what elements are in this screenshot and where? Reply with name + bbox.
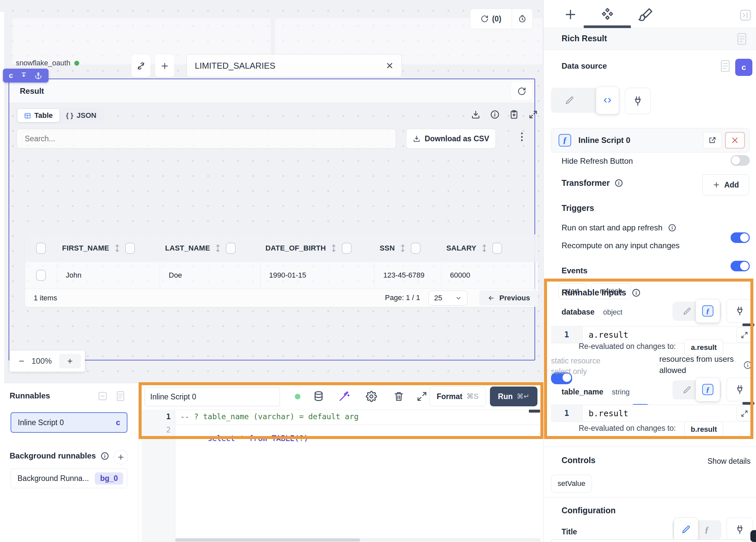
docs-icon[interactable] — [719, 59, 731, 73]
column-checkbox[interactable] — [492, 243, 502, 254]
row-checkbox[interactable] — [36, 270, 46, 281]
column-checkbox[interactable] — [125, 243, 135, 254]
page-size-select[interactable]: 25 — [429, 290, 467, 306]
anchor-icon[interactable] — [35, 72, 42, 79]
plug-icon — [633, 96, 643, 106]
remove-script-button[interactable] — [725, 132, 745, 149]
data-source-script-row[interactable]: ƒ Inline Script 0 — [551, 128, 750, 152]
info-icon[interactable] — [668, 223, 676, 232]
hide-refresh-toggle[interactable] — [731, 155, 750, 166]
connect-mode-button[interactable] — [625, 88, 651, 114]
control-pill-setvalue[interactable]: setValue — [551, 475, 592, 492]
expand-code-button[interactable] — [737, 327, 752, 343]
app-canvas[interactable]: (0) snowflake_oauth ✕ c — [0, 0, 543, 383]
collapse-panel-icon[interactable] — [739, 9, 752, 22]
title-edit-mode-active[interactable] — [674, 518, 698, 541]
rich-result-component[interactable]: Result Table { } JSON — [9, 79, 535, 360]
database-code-input[interactable]: 1 a.result — [551, 326, 754, 343]
run-button[interactable]: Run ⌘↵ — [490, 387, 537, 406]
function-mode-icon[interactable]: ƒ — [705, 525, 709, 535]
add-query-button[interactable] — [155, 55, 174, 77]
result-refresh-button[interactable] — [511, 82, 532, 100]
table-name-code-input[interactable]: 1 b.result — [551, 405, 754, 422]
docs-icon[interactable] — [116, 390, 125, 402]
delete-icon[interactable] — [394, 391, 404, 402]
info-icon[interactable] — [100, 452, 109, 460]
add-background-runnable-button[interactable] — [114, 450, 128, 464]
sort-icon[interactable] — [114, 244, 120, 253]
background-runnable-item[interactable]: Background Runna... bg_0 — [11, 468, 127, 488]
edit-pencil-icon[interactable] — [682, 307, 692, 316]
info-icon[interactable] — [614, 179, 623, 187]
ai-wand-icon[interactable] — [338, 390, 350, 402]
code-line-1[interactable]: -- ? table_name (varchar) = default arg — [180, 412, 359, 421]
expand-code-button[interactable] — [737, 406, 752, 421]
title-connect-button[interactable] — [727, 518, 753, 541]
column-label: SSN — [380, 244, 395, 253]
unlink-button[interactable] — [131, 55, 151, 77]
script-name-input[interactable] — [150, 392, 274, 401]
settings-gear-icon[interactable] — [366, 391, 377, 402]
sort-icon[interactable] — [481, 244, 488, 253]
column-checkbox[interactable] — [342, 243, 352, 254]
run-on-start-toggle[interactable] — [731, 232, 750, 243]
download-icon[interactable] — [471, 110, 481, 119]
transformer-label: Transformer — [562, 178, 610, 188]
editor-hscroll-thumb[interactable] — [175, 538, 360, 542]
reeval-target-pill[interactable]: b.result — [684, 421, 723, 438]
previous-page-button[interactable]: Previous — [479, 290, 538, 306]
sort-icon[interactable] — [215, 244, 221, 253]
title-input-partial[interactable] — [551, 539, 754, 542]
database-connect-button[interactable] — [727, 299, 753, 323]
refresh-count: (0) — [492, 15, 501, 23]
code-mode-button-active[interactable] — [596, 86, 619, 114]
tab-styles-icon[interactable] — [638, 7, 653, 22]
open-script-button[interactable] — [703, 132, 722, 149]
editor-scrollbar-thumb[interactable] — [529, 410, 540, 413]
reeval-target-pill[interactable]: a.result — [684, 339, 723, 356]
tab-components-icon[interactable] — [599, 7, 616, 23]
component-ref-badge[interactable]: c — [735, 59, 752, 76]
table-name-function-mode-active[interactable]: ƒ — [696, 378, 720, 401]
table-name-input[interactable] — [195, 61, 386, 71]
sort-icon[interactable] — [330, 244, 337, 253]
database-function-mode-active[interactable]: ƒ — [696, 299, 720, 323]
runnable-item-selected[interactable]: Inline Script 0 c — [11, 412, 127, 433]
table-kebab-menu[interactable]: ⋮ — [517, 131, 527, 142]
database-icon[interactable] — [313, 390, 324, 402]
info-icon[interactable] — [490, 110, 500, 119]
show-details-link[interactable]: Show details — [707, 457, 750, 466]
expand-editor-icon[interactable] — [417, 391, 427, 402]
docs-icon[interactable] — [736, 32, 748, 46]
search-input[interactable] — [25, 134, 388, 143]
edit-pencil-icon[interactable] — [682, 385, 692, 394]
move-down-icon[interactable] — [20, 72, 27, 79]
zoom-out-button[interactable]: − — [19, 356, 24, 366]
refresh-count-button[interactable]: (0) — [470, 9, 512, 29]
collapse-list-icon[interactable] — [98, 391, 108, 401]
fullscreen-icon[interactable] — [528, 110, 538, 119]
select-all-checkbox[interactable] — [36, 243, 46, 254]
info-icon[interactable] — [743, 360, 752, 370]
code-line-2[interactable]: select * from TABLE(?) — [180, 425, 308, 451]
download-csv-button[interactable]: Download as CSV — [406, 129, 496, 149]
column-checkbox[interactable] — [411, 243, 421, 254]
tab-table[interactable]: Table — [17, 109, 59, 122]
recompute-toggle[interactable] — [731, 261, 750, 271]
format-button[interactable]: Format ⌘S — [429, 387, 486, 406]
tab-json[interactable]: { } JSON — [59, 109, 103, 122]
edit-pencil-icon[interactable] — [565, 95, 574, 105]
history-button[interactable] — [512, 9, 533, 29]
sort-icon[interactable] — [399, 244, 406, 253]
floating-helper-sliver[interactable] — [750, 530, 756, 542]
info-icon[interactable] — [632, 288, 641, 297]
table-row[interactable]: John Doe 1990-01-15 123-45-6789 60000 — [25, 262, 538, 288]
zoom-in-button[interactable]: + — [59, 354, 81, 368]
clear-input-icon[interactable]: ✕ — [386, 60, 394, 71]
add-transformer-button[interactable]: Add — [702, 174, 749, 195]
items-count: 1 items — [34, 294, 57, 302]
table-name-connect-button[interactable] — [727, 378, 753, 401]
clipboard-import-icon[interactable] — [509, 110, 519, 119]
column-checkbox[interactable] — [226, 243, 236, 254]
tab-add-component-icon[interactable] — [563, 7, 578, 22]
